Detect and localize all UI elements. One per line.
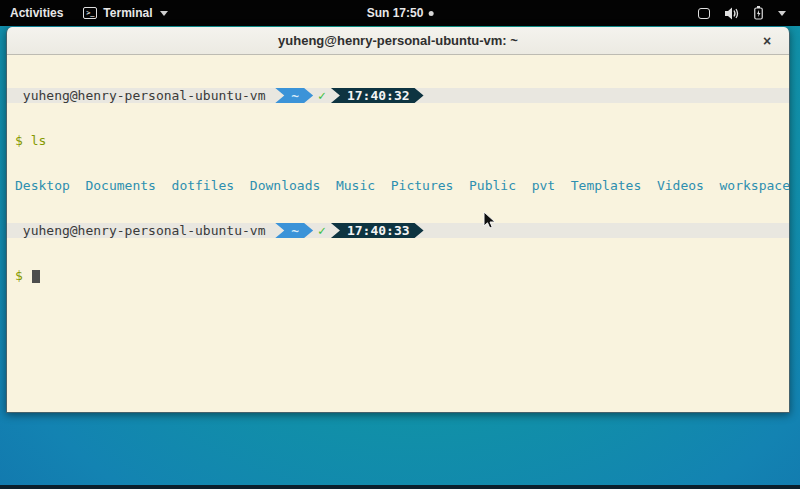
ls-entry: Downloads — [250, 178, 320, 193]
ls-entry: Pictures — [391, 178, 454, 193]
battery-charging-icon — [754, 6, 763, 20]
ls-entry: pvt — [532, 178, 555, 193]
prompt-status-check-icon: ✓ — [318, 223, 326, 238]
prompt-line-2: yuheng@henry-personal-ubuntu-vm ~✓17:40:… — [7, 223, 789, 238]
screen-share-icon — [698, 8, 710, 19]
window-title: yuheng@henry-personal-ubuntu-vm: ~ — [278, 33, 518, 48]
terminal-icon: >_ — [83, 7, 97, 19]
command-line: $ ls — [7, 133, 789, 148]
close-button[interactable]: × — [757, 31, 777, 51]
ls-output-line: Desktop Documents dotfiles Downloads Mus… — [7, 178, 789, 193]
command-text: ls — [31, 133, 47, 148]
volume-icon — [725, 7, 739, 20]
prompt-symbol: $ — [15, 268, 23, 283]
window-titlebar[interactable]: yuheng@henry-personal-ubuntu-vm: ~ × — [7, 27, 789, 55]
prompt-symbol: $ — [15, 133, 23, 148]
ls-entry: dotfiles — [172, 178, 235, 193]
terminal-window: yuheng@henry-personal-ubuntu-vm: ~ × yuh… — [6, 27, 790, 413]
prompt-time-segment: 17:40:33 — [331, 223, 424, 238]
chevron-down-icon — [160, 11, 168, 16]
gnome-top-bar: Activities >_ Terminal Sun 17:50 — [0, 0, 800, 26]
desktop-bottom-strip — [0, 485, 800, 489]
ls-entry: Templates — [571, 178, 641, 193]
prompt-path-segment: ~ — [275, 223, 313, 238]
system-status-area[interactable] — [698, 0, 800, 26]
ls-entry: Documents — [85, 178, 155, 193]
ls-entry: workspace — [720, 178, 789, 193]
prompt-status-check-icon: ✓ — [318, 88, 326, 103]
prompt-time-segment: 17:40:32 — [331, 88, 424, 103]
notification-dot — [428, 11, 433, 16]
terminal-content[interactable]: yuheng@henry-personal-ubuntu-vm ~✓17:40:… — [7, 55, 789, 412]
ls-entry: Desktop — [15, 178, 70, 193]
prompt-user: yuheng@henry-personal-ubuntu-vm — [15, 223, 273, 238]
app-menu-terminal[interactable]: >_ Terminal — [83, 6, 168, 20]
ls-entry: Videos — [657, 178, 704, 193]
clock-button[interactable]: Sun 17:50 — [367, 6, 434, 20]
prompt-user: yuheng@henry-personal-ubuntu-vm — [15, 88, 273, 103]
chevron-down-icon — [778, 11, 786, 16]
clock-label: Sun 17:50 — [367, 6, 424, 20]
screen: Activities >_ Terminal Sun 17:50 — [0, 0, 800, 489]
terminal-cursor — [32, 270, 40, 283]
current-command-line: $ — [7, 268, 789, 283]
prompt-path-segment: ~ — [275, 88, 313, 103]
ls-entry: Music — [336, 178, 375, 193]
activities-button[interactable]: Activities — [10, 6, 63, 20]
ls-entry: Public — [469, 178, 516, 193]
prompt-line-1: yuheng@henry-personal-ubuntu-vm ~✓17:40:… — [7, 88, 789, 103]
app-menu-label: Terminal — [103, 6, 152, 20]
